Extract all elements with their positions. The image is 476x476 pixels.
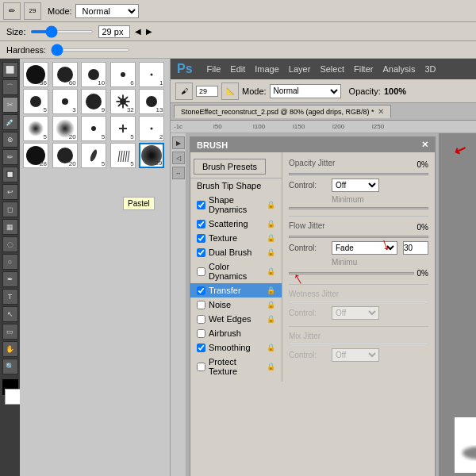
clone-stamp-icon[interactable]: 🔲 xyxy=(2,167,18,182)
brush-list-dual-brush[interactable]: Dual Brush 🔒 xyxy=(190,245,282,259)
brush-cell-0[interactable]: 36 xyxy=(23,62,48,87)
history-brush-icon[interactable]: ↩ xyxy=(2,184,18,200)
brush-list-color-dyn[interactable]: Color Dynamics 🔒 xyxy=(190,259,282,283)
brush-cell-7[interactable]: 9 xyxy=(81,89,106,114)
brush-cell-14[interactable]: 2 xyxy=(139,116,164,141)
brush-list-airbrush[interactable]: Airbrush xyxy=(190,326,282,340)
crop-icon[interactable]: ✂ xyxy=(2,97,18,113)
doc-close-btn[interactable]: ✕ xyxy=(378,107,384,116)
brush-cell-2[interactable]: 10 xyxy=(81,62,106,87)
brush-cell-1[interactable]: 60 xyxy=(52,62,78,87)
text-icon[interactable]: T xyxy=(2,289,18,305)
shape-dyn-check[interactable] xyxy=(197,201,205,209)
brush-cell-17[interactable]: 5 xyxy=(81,143,106,168)
dual-brush-check[interactable] xyxy=(197,248,205,257)
eyedropper-icon[interactable]: 💉 xyxy=(2,114,18,130)
doc-tab[interactable]: StoneEffect_reconstruct_2.psd @ 80% (age… xyxy=(174,105,391,118)
brush-list-texture[interactable]: Texture 🔒 xyxy=(190,231,282,245)
opacity-ctrl-select[interactable]: Off xyxy=(332,178,379,192)
airbrush-check[interactable] xyxy=(197,329,205,338)
sec-brush-icon[interactable]: 🖌 xyxy=(175,83,193,100)
brush-list-tip-shape[interactable]: Brush Tip Shape xyxy=(190,178,282,193)
menu-edit[interactable]: Edit xyxy=(230,64,245,74)
brush-size-icon[interactable]: 29 xyxy=(24,2,41,20)
protect-tex-check[interactable] xyxy=(197,363,205,371)
brush-cell-19[interactable]: 29 xyxy=(139,143,164,168)
color-dyn-check[interactable] xyxy=(197,267,205,276)
brush-cell-18[interactable]: 5 xyxy=(110,143,136,168)
flow-minimum-slider[interactable] xyxy=(289,272,414,274)
noise-check[interactable] xyxy=(197,301,205,309)
shape-icon[interactable]: ▭ xyxy=(2,324,18,340)
brush-cell-6[interactable]: 3 xyxy=(52,89,78,114)
brush-list-wet-edges[interactable]: Wet Edges 🔒 xyxy=(190,312,282,326)
path-select-icon[interactable]: ↖ xyxy=(2,306,18,322)
hand-icon[interactable]: ✋ xyxy=(2,341,18,357)
blur-icon[interactable]: ◌ xyxy=(2,236,18,252)
menu-select[interactable]: Select xyxy=(320,64,344,74)
sec-size-input[interactable]: 29 xyxy=(196,86,218,97)
menu-file[interactable]: File xyxy=(207,64,221,74)
outer-icon-1[interactable]: ▶ xyxy=(172,136,185,149)
menu-3d[interactable]: 3D xyxy=(424,64,436,74)
brush-cell-12[interactable]: 5 xyxy=(81,116,106,141)
flow-jitter-slider[interactable] xyxy=(289,236,428,238)
zoom-icon[interactable]: 🔍 xyxy=(2,359,18,374)
mode-select[interactable]: Normal xyxy=(75,4,139,18)
menu-image[interactable]: Image xyxy=(255,64,279,74)
brush-left-col: Brush Presets Brush Tip Shape Shape Dyna… xyxy=(190,152,282,382)
wet-edges-check[interactable] xyxy=(197,315,205,324)
size-value-input[interactable] xyxy=(98,25,130,38)
brush-list-protect-texture[interactable]: Protect Texture 🔒 xyxy=(190,355,282,378)
size-slider[interactable] xyxy=(30,30,94,33)
smoothing-check[interactable] xyxy=(197,344,205,352)
hardness-slider[interactable] xyxy=(51,48,130,52)
transfer-check[interactable] xyxy=(197,286,205,295)
scattering-check[interactable] xyxy=(197,220,205,228)
wetness-ctrl-select[interactable]: Off xyxy=(332,306,379,320)
brush-cell-10[interactable]: 5 xyxy=(23,116,48,141)
size-decrease-btn[interactable]: ◀ xyxy=(135,27,141,36)
sec-mode-select[interactable]: Normal xyxy=(270,84,341,98)
gradient-icon[interactable]: ▦ xyxy=(2,219,18,235)
brush-cell-5[interactable]: 5 xyxy=(23,89,48,114)
mix-ctrl-select[interactable]: Off xyxy=(332,348,379,362)
opacity-jitter-slider[interactable] xyxy=(289,173,428,175)
brush-list-scattering[interactable]: Scattering 🔒 xyxy=(190,217,282,231)
menu-filter[interactable]: Filter xyxy=(354,64,373,74)
spot-heal-icon[interactable]: ⊕ xyxy=(2,132,18,148)
brush-presets-btn[interactable]: Brush Presets xyxy=(194,159,266,175)
size-increase-btn[interactable]: ▶ xyxy=(146,27,152,36)
sec-size-btn[interactable]: 📐 xyxy=(221,83,239,100)
brush-cell-4[interactable]: 1 xyxy=(139,62,164,87)
opacity-minimum-slider[interactable] xyxy=(289,207,428,209)
eraser-icon[interactable]: ◻ xyxy=(2,202,18,217)
brush-list-shape-dyn[interactable]: Shape Dynamics 🔒 xyxy=(190,193,282,217)
brush-list-smoothing[interactable]: Smoothing 🔒 xyxy=(190,340,282,355)
flow-ctrl-number[interactable] xyxy=(403,241,428,255)
brush-cell-16[interactable]: 20 xyxy=(52,143,78,168)
brush-tool-icon[interactable]: ✏ xyxy=(3,2,21,20)
pen-icon[interactable]: ✒ xyxy=(2,271,18,287)
texture-check[interactable] xyxy=(197,234,205,243)
lasso-icon[interactable]: ⌒ xyxy=(2,79,18,95)
sec-mode-label: Mode: xyxy=(242,86,267,96)
select-rect-icon[interactable]: ⬜ xyxy=(2,62,18,78)
brush-cell-9[interactable]: 13 xyxy=(139,89,164,114)
brush-cell-11[interactable]: 20 xyxy=(52,116,78,141)
brush-cell-15[interactable]: 28 xyxy=(23,143,48,168)
brush-list-transfer[interactable]: Transfer 🔒 xyxy=(190,283,282,298)
menu-analysis[interactable]: Analysis xyxy=(382,64,415,74)
outer-icon-3[interactable]: ↔ xyxy=(172,167,185,179)
brush-cell-3[interactable]: 6 xyxy=(110,62,136,87)
background-color[interactable] xyxy=(5,389,21,405)
menu-layer[interactable]: Layer xyxy=(289,64,311,74)
brush-list-noise[interactable]: Noise 🔒 xyxy=(190,298,282,312)
brush-stroke-preview xyxy=(455,417,476,473)
outer-icon-2[interactable]: ◁ xyxy=(172,152,185,164)
brush-cell-8[interactable]: 32 xyxy=(110,89,136,114)
dodge-icon[interactable]: ○ xyxy=(2,254,18,270)
brush-icon[interactable]: ✏ xyxy=(2,149,18,165)
brush-cell-13[interactable]: 5 xyxy=(110,116,136,141)
brush-panel-close[interactable]: ✕ xyxy=(421,140,428,150)
